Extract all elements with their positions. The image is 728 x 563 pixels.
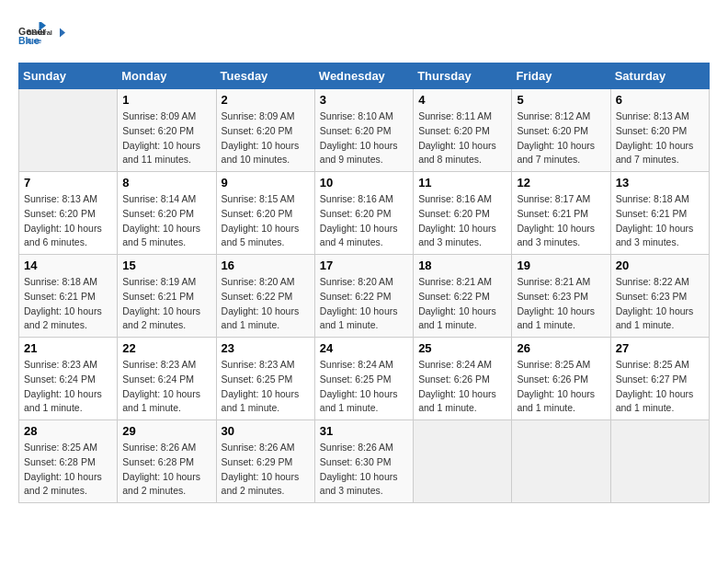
weekday-header-tuesday: Tuesday [216,63,314,89]
calendar-cell: 13 Sunrise: 8:18 AM Sunset: 6:21 PM Dayl… [610,172,709,255]
calendar-cell: 21 Sunrise: 8:23 AM Sunset: 6:24 PM Dayl… [19,338,118,420]
calendar-cell: 20 Sunrise: 8:22 AM Sunset: 6:23 PM Dayl… [610,255,709,338]
daylight-text: Daylight: 10 hours and 2 minutes. [24,305,102,331]
day-info: Sunrise: 8:21 AM Sunset: 6:23 PM Dayligh… [517,275,605,333]
calendar-cell: 23 Sunrise: 8:23 AM Sunset: 6:25 PM Dayl… [216,338,314,420]
day-number: 20 [616,259,704,272]
day-number: 11 [418,176,506,190]
sunrise-text: Sunrise: 8:15 AM [222,193,295,204]
sunset-text: Sunset: 6:22 PM [320,291,392,302]
day-info: Sunrise: 8:25 AM Sunset: 6:27 PM Dayligh… [616,358,704,416]
daylight-text: Daylight: 10 hours and 1 minute. [418,305,496,331]
daylight-text: Daylight: 10 hours and 1 minute. [222,388,300,414]
sunrise-text: Sunrise: 8:25 AM [517,359,590,370]
day-number: 4 [418,93,506,107]
calendar-cell: 19 Sunrise: 8:21 AM Sunset: 6:23 PM Dayl… [512,255,610,338]
daylight-text: Daylight: 10 hours and 2 minutes. [222,471,300,497]
calendar-cell: 12 Sunrise: 8:17 AM Sunset: 6:21 PM Dayl… [512,172,610,255]
calendar-cell: 31 Sunrise: 8:26 AM Sunset: 6:30 PM Dayl… [314,420,413,503]
day-number: 29 [122,424,210,438]
weekday-header-thursday: Thursday [414,63,512,89]
sunrise-text: Sunrise: 8:23 AM [122,359,196,370]
sunrise-text: Sunrise: 8:18 AM [616,193,689,204]
day-number: 21 [24,341,112,355]
logo: General Blue General Blue [18,18,68,53]
day-info: Sunrise: 8:25 AM Sunset: 6:28 PM Dayligh… [24,441,112,499]
calendar-cell: 28 Sunrise: 8:25 AM Sunset: 6:28 PM Dayl… [19,420,118,503]
sunrise-text: Sunrise: 8:25 AM [24,442,97,453]
daylight-text: Daylight: 10 hours and 1 minute. [616,388,694,414]
day-number: 5 [517,93,605,107]
calendar-cell: 7 Sunrise: 8:13 AM Sunset: 6:20 PM Dayli… [19,172,118,255]
sunset-text: Sunset: 6:21 PM [24,291,96,302]
day-info: Sunrise: 8:21 AM Sunset: 6:22 PM Dayligh… [418,275,506,333]
sunset-text: Sunset: 6:20 PM [616,125,688,136]
sunrise-text: Sunrise: 8:21 AM [517,276,590,287]
sunrise-text: Sunrise: 8:16 AM [320,193,393,204]
calendar-cell: 27 Sunrise: 8:25 AM Sunset: 6:27 PM Dayl… [610,338,709,420]
calendar-cell: 9 Sunrise: 8:15 AM Sunset: 6:20 PM Dayli… [216,172,314,255]
sunset-text: Sunset: 6:20 PM [320,125,392,136]
day-number: 19 [517,259,605,272]
generalblue-logo-full: General Blue [27,18,68,53]
sunrise-text: Sunrise: 8:22 AM [616,276,689,287]
calendar-week-row: 21 Sunrise: 8:23 AM Sunset: 6:24 PM Dayl… [19,338,710,420]
calendar-cell: 11 Sunrise: 8:16 AM Sunset: 6:20 PM Dayl… [414,172,512,255]
calendar-cell: 2 Sunrise: 8:09 AM Sunset: 6:20 PM Dayli… [216,89,314,172]
daylight-text: Daylight: 10 hours and 1 minute. [517,305,595,331]
calendar-week-row: 7 Sunrise: 8:13 AM Sunset: 6:20 PM Dayli… [19,172,710,255]
daylight-text: Daylight: 10 hours and 9 minutes. [320,140,398,166]
daylight-text: Daylight: 10 hours and 2 minutes. [122,305,200,331]
day-info: Sunrise: 8:15 AM Sunset: 6:20 PM Dayligh… [222,192,310,250]
day-number: 24 [320,341,408,355]
day-number: 22 [122,341,210,355]
calendar-cell: 1 Sunrise: 8:09 AM Sunset: 6:20 PM Dayli… [118,89,216,172]
daylight-text: Daylight: 10 hours and 1 minute. [320,305,398,331]
page-header: General Blue General Blue [18,18,710,53]
sunrise-text: Sunrise: 8:17 AM [517,193,590,204]
calendar-cell: 29 Sunrise: 8:26 AM Sunset: 6:28 PM Dayl… [118,420,216,503]
day-number: 15 [122,259,210,272]
sunrise-text: Sunrise: 8:26 AM [222,442,295,453]
day-info: Sunrise: 8:12 AM Sunset: 6:20 PM Dayligh… [517,109,605,167]
calendar-cell: 17 Sunrise: 8:20 AM Sunset: 6:22 PM Dayl… [314,255,413,338]
day-info: Sunrise: 8:14 AM Sunset: 6:20 PM Dayligh… [122,192,210,250]
day-info: Sunrise: 8:16 AM Sunset: 6:20 PM Dayligh… [418,192,506,250]
sunset-text: Sunset: 6:20 PM [418,208,490,219]
daylight-text: Daylight: 10 hours and 3 minutes. [418,223,496,248]
daylight-text: Daylight: 10 hours and 1 minute. [320,388,398,414]
day-number: 12 [517,176,605,190]
weekday-header-wednesday: Wednesday [314,63,413,89]
sunset-text: Sunset: 6:20 PM [517,125,588,136]
daylight-text: Daylight: 10 hours and 3 minutes. [320,471,398,497]
sunrise-text: Sunrise: 8:26 AM [320,442,393,453]
day-info: Sunrise: 8:10 AM Sunset: 6:20 PM Dayligh… [320,109,408,167]
daylight-text: Daylight: 10 hours and 11 minutes. [122,140,200,166]
day-number: 9 [222,176,310,190]
day-number: 25 [418,341,506,355]
day-number: 18 [418,259,506,272]
day-number: 14 [24,259,112,272]
calendar-week-row: 14 Sunrise: 8:18 AM Sunset: 6:21 PM Dayl… [19,255,710,338]
calendar-cell: 24 Sunrise: 8:24 AM Sunset: 6:25 PM Dayl… [314,338,413,420]
day-number: 13 [616,176,704,190]
sunrise-text: Sunrise: 8:10 AM [320,110,393,121]
calendar-cell: 10 Sunrise: 8:16 AM Sunset: 6:20 PM Dayl… [314,172,413,255]
sunrise-text: Sunrise: 8:20 AM [222,276,295,287]
daylight-text: Daylight: 10 hours and 3 minutes. [616,223,694,248]
sunset-text: Sunset: 6:23 PM [517,291,588,302]
day-info: Sunrise: 8:18 AM Sunset: 6:21 PM Dayligh… [616,192,704,250]
sunrise-text: Sunrise: 8:11 AM [418,110,492,121]
sunset-text: Sunset: 6:20 PM [122,125,194,136]
daylight-text: Daylight: 10 hours and 2 minutes. [122,471,200,497]
day-number: 16 [222,259,310,272]
daylight-text: Daylight: 10 hours and 5 minutes. [222,223,300,248]
calendar-table: SundayMondayTuesdayWednesdayThursdayFrid… [18,63,710,503]
sunrise-text: Sunrise: 8:23 AM [222,359,295,370]
daylight-text: Daylight: 10 hours and 4 minutes. [320,223,398,248]
day-info: Sunrise: 8:19 AM Sunset: 6:21 PM Dayligh… [122,275,210,333]
day-number: 10 [320,176,408,190]
daylight-text: Daylight: 10 hours and 1 minute. [122,388,200,414]
weekday-header-sunday: Sunday [19,63,118,89]
svg-text:General: General [27,29,52,37]
